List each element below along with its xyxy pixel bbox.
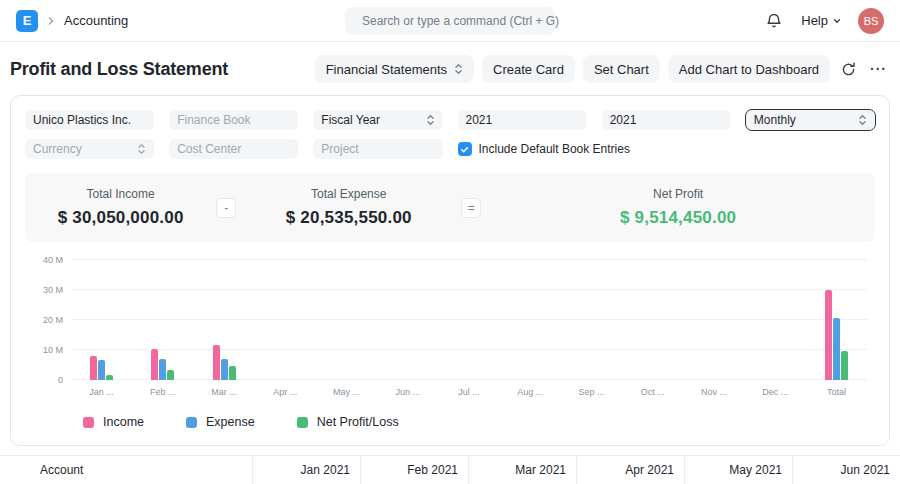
net-profit-label: Net Profit [481,187,875,201]
total-expense-stat: Total Expense $ 20,535,550.00 [236,187,461,228]
navbar-left: E Accounting [16,10,128,32]
bar-group [316,260,377,380]
bar-group [622,260,683,380]
page-actions: Financial Statements Create Card Set Cha… [315,55,890,83]
bar-income [825,290,832,380]
bar-group [377,260,438,380]
bar-group [806,260,867,380]
bar-expense [833,318,840,380]
legend-item: Income [83,415,144,429]
refresh-button[interactable] [838,59,859,80]
include-default-book-entries-checkbox[interactable]: Include Default Book Entries [458,139,876,159]
chart-legend: IncomeExpenseNet Profit/Loss [83,415,867,429]
bell-icon [766,13,782,29]
y-tick-label: 0 [27,375,63,385]
bar-expense [221,359,228,380]
x-axis-label: Nov ... [683,387,744,397]
checkbox-checked [458,142,472,156]
currency-select[interactable]: Currency [25,139,154,159]
column-header-feb-2021[interactable]: Feb 2021 [360,456,468,484]
bar-group [193,260,254,380]
x-axis-label: Total [806,387,867,397]
bar-income [90,356,97,380]
x-axis-label: Oct ... [622,387,683,397]
start-year-value: 2021 [466,113,493,127]
chevron-up-down-icon [858,114,867,126]
page-title: Profit and Loss Statement [10,59,228,80]
column-header-apr-2021[interactable]: Apr 2021 [576,456,684,484]
include-default-book-entries-label: Include Default Book Entries [479,142,630,156]
finance-book-filter[interactable]: Finance Book [169,110,298,130]
bar-group [132,260,193,380]
check-icon [460,145,469,154]
x-axis-label: Aug ... [500,387,561,397]
project-filter[interactable]: Project [313,139,442,159]
total-income-value: $ 30,050,000.00 [25,208,216,228]
set-chart-label: Set Chart [594,62,649,77]
column-header-jun-2021[interactable]: Jun 2021 [792,456,900,484]
user-avatar[interactable]: BS [858,8,884,34]
ellipsis-icon: ··· [870,61,887,77]
more-menu-button[interactable]: ··· [867,58,890,80]
chevron-up-down-icon [426,114,435,126]
add-chart-to-dashboard-label: Add Chart to Dashboard [679,62,819,77]
end-year-filter[interactable]: 2021 [602,110,731,130]
company-filter-value: Unico Plastics Inc. [33,113,131,127]
chevron-up-down-icon [454,63,463,75]
y-tick-label: 20 M [27,315,63,325]
chart-bars [71,260,867,380]
x-axis-label: May ... [316,387,377,397]
column-header-account[interactable]: Account [0,456,252,484]
legend-swatch [297,417,308,428]
column-header-may-2021[interactable]: May 2021 [684,456,792,484]
legend-swatch [186,417,197,428]
x-axis-label: Feb ... [132,387,193,397]
report-table-header-row: Account Jan 2021 Feb 2021 Mar 2021 Apr 2… [0,456,900,484]
profit-loss-chart: 40 M30 M20 M10 M0 Jan ...Feb ...Mar ...A… [25,260,875,429]
report-card: Unico Plastics Inc. Finance Book Fiscal … [10,95,890,446]
breadcrumb-chevron-right-icon [45,15,57,27]
bar-group [71,260,132,380]
summary-strip: Total Income $ 30,050,000.00 - Total Exp… [25,173,875,242]
chevron-up-down-icon [137,143,146,155]
total-expense-value: $ 20,535,550.00 [236,208,461,228]
legend-label: Net Profit/Loss [317,415,399,429]
bar-group [561,260,622,380]
x-axis-label: Dec ... [745,387,806,397]
equals-operator-badge: = [461,198,481,218]
app-logo[interactable]: E [16,10,38,32]
minus-icon: - [224,201,228,215]
period-basis-select[interactable]: Fiscal Year [313,110,442,130]
financial-statements-dropdown[interactable]: Financial Statements [315,55,474,83]
column-header-mar-2021[interactable]: Mar 2021 [468,456,576,484]
chevron-down-icon [832,16,842,26]
help-menu[interactable]: Help [801,13,842,28]
net-profit-stat: Net Profit $ 9,514,450.00 [481,187,875,228]
help-label: Help [801,13,828,28]
column-header-jan-2021[interactable]: Jan 2021 [252,456,360,484]
bar-net-profit-loss [106,375,113,380]
search-placeholder: Search or type a command (Ctrl + G) [362,14,559,28]
company-filter[interactable]: Unico Plastics Inc. [25,110,154,130]
breadcrumb-accounting[interactable]: Accounting [64,13,128,28]
set-chart-button[interactable]: Set Chart [583,55,660,83]
bar-group [255,260,316,380]
filters-section: Unico Plastics Inc. Finance Book Fiscal … [25,110,875,159]
currency-placeholder: Currency [33,142,82,156]
global-search[interactable]: Search or type a command (Ctrl + G) [345,7,555,35]
start-year-filter[interactable]: 2021 [458,110,587,130]
periodicity-select[interactable]: Monthly [746,110,875,130]
create-card-button[interactable]: Create Card [482,55,575,83]
navbar-right: Help BS [763,8,884,34]
bar-net-profit-loss [841,351,848,380]
net-profit-value: $ 9,514,450.00 [481,208,875,228]
bar-group [438,260,499,380]
notifications-button[interactable] [763,10,785,32]
bar-group [500,260,561,380]
add-chart-to-dashboard-button[interactable]: Add Chart to Dashboard [668,55,830,83]
minus-operator-badge: - [216,198,236,218]
page-header: Profit and Loss Statement Financial Stat… [0,42,900,95]
cost-center-filter[interactable]: Cost Center [169,139,298,159]
top-navbar: E Accounting Search or type a command (C… [0,0,900,42]
report-table: Account Jan 2021 Feb 2021 Mar 2021 Apr 2… [0,455,900,484]
